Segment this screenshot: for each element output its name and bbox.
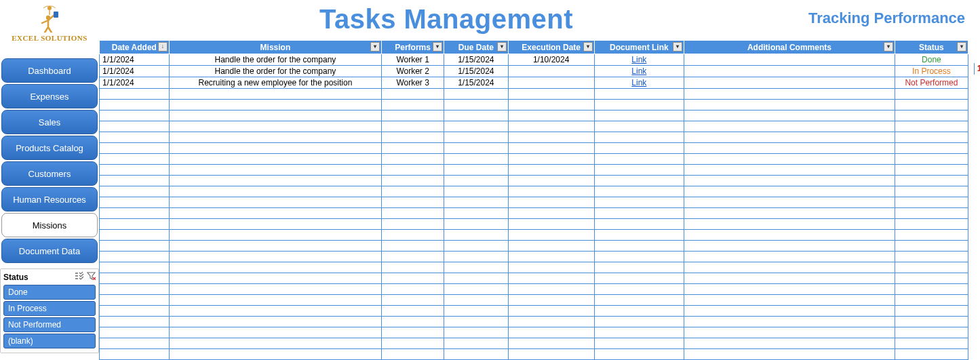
- cell-date-added[interactable]: 1/1/2024: [100, 66, 170, 77]
- nav-document-data[interactable]: Document Data: [1, 239, 98, 263]
- nav-human-resources[interactable]: Human Resources: [1, 187, 98, 212]
- table-row-empty[interactable]: [100, 186, 968, 197]
- table-row-empty[interactable]: [100, 241, 968, 252]
- table-row-empty[interactable]: [100, 252, 968, 262]
- nav-customers[interactable]: Customers: [1, 161, 98, 186]
- filter-dropdown-icon[interactable]: ▾: [370, 42, 380, 52]
- slicer-item-1[interactable]: In Process: [3, 301, 96, 316]
- table-row-empty[interactable]: [100, 317, 968, 327]
- col-date-added[interactable]: Date Added↓: [100, 41, 170, 54]
- filter-dropdown-icon[interactable]: ▾: [884, 42, 893, 52]
- cell-execution-date[interactable]: [508, 77, 594, 89]
- sidebar: EXCEL SOLUTIONS DashboardExpensesSalesPr…: [0, 0, 99, 360]
- table-row-empty[interactable]: [100, 219, 968, 230]
- filter-dropdown-icon[interactable]: ▾: [583, 42, 593, 52]
- brand-text: EXCEL SOLUTIONS: [12, 34, 87, 42]
- filter-dropdown-icon[interactable]: ▾: [957, 42, 966, 52]
- table-row-empty[interactable]: [100, 338, 968, 349]
- cell-comments[interactable]: [684, 66, 895, 77]
- table-row-empty[interactable]: [100, 89, 968, 100]
- col-additional-comments[interactable]: Additional Comments▾: [684, 41, 895, 54]
- col-additional-comments-label: Additional Comments: [747, 43, 831, 52]
- tasks-table: Date Added↓ Mission▾ Performs▾ Due Date▾…: [99, 40, 968, 360]
- slicer-item-2[interactable]: Not Performed: [3, 317, 96, 332]
- nav-missions[interactable]: Missions: [1, 213, 98, 237]
- slicer-item-0[interactable]: Done: [3, 285, 96, 300]
- table-row[interactable]: 1/1/2024Handle the order for the company…: [100, 54, 968, 66]
- col-date-added-label: Date Added: [112, 43, 157, 52]
- table-row-empty[interactable]: [100, 273, 968, 284]
- col-document-link-label: Document Link: [610, 43, 669, 52]
- svg-point-0: [47, 6, 52, 10]
- slicer-item-3[interactable]: (blank): [3, 334, 96, 348]
- cell-comments[interactable]: [684, 77, 895, 89]
- col-execution-date-label: Execution Date: [522, 43, 581, 52]
- clear-filter-icon[interactable]: [87, 272, 96, 282]
- svg-rect-3: [54, 12, 58, 18]
- title-row: Tasks Management Tracking Performance: [99, 0, 980, 40]
- page-title: Tasks Management: [99, 0, 793, 40]
- col-performs[interactable]: Performs▾: [382, 41, 444, 54]
- table-row-empty[interactable]: [100, 262, 968, 273]
- table-row-empty[interactable]: [100, 165, 968, 176]
- table-row-empty[interactable]: [100, 197, 968, 208]
- table-row-empty[interactable]: [100, 176, 968, 186]
- nav-dashboard[interactable]: Dashboard: [1, 58, 98, 83]
- cell-document-link[interactable]: Link: [594, 54, 684, 66]
- main-area: Tasks Management Tracking Performance Da…: [99, 0, 980, 360]
- status-slicer: Status DoneIn ProcessNot Performed(blank…: [0, 268, 99, 353]
- cell-document-link[interactable]: Link: [594, 66, 684, 77]
- table-row-empty[interactable]: [100, 349, 968, 360]
- tracking-title: Tracking Performance: [793, 0, 980, 40]
- cell-execution-date[interactable]: 1/10/2024: [508, 54, 594, 66]
- cell-execution-date[interactable]: [508, 66, 594, 77]
- table-row-empty[interactable]: [100, 208, 968, 219]
- col-status-label: Status: [919, 43, 944, 52]
- nav-expenses[interactable]: Expenses: [1, 84, 98, 108]
- cell-performs[interactable]: Worker 2: [382, 66, 444, 77]
- cell-mission[interactable]: Handle the order for the company: [169, 54, 381, 66]
- cell-status[interactable]: In Process: [895, 66, 968, 77]
- table-row[interactable]: 1/1/2024Recruiting a new employee for th…: [100, 77, 968, 89]
- table-row-empty[interactable]: [100, 295, 968, 306]
- col-document-link[interactable]: Document Link▾: [594, 41, 684, 54]
- cell-performs[interactable]: Worker 1: [382, 54, 444, 66]
- cell-due-date[interactable]: 1/15/2024: [444, 66, 509, 77]
- col-execution-date[interactable]: Execution Date▾: [508, 41, 594, 54]
- cell-mission[interactable]: Recruiting a new employee for the positi…: [169, 77, 381, 89]
- cell-status[interactable]: Done: [895, 54, 968, 66]
- sort-dropdown-icon[interactable]: ↓: [158, 42, 168, 52]
- multi-select-icon[interactable]: [75, 272, 84, 282]
- cell-status[interactable]: Not Performed: [895, 77, 968, 89]
- table-row-empty[interactable]: [100, 284, 968, 295]
- cell-mission[interactable]: Handle the order for the company: [169, 66, 381, 77]
- content-row: Date Added↓ Mission▾ Performs▾ Due Date▾…: [99, 40, 980, 360]
- table-row-empty[interactable]: [100, 121, 968, 132]
- cell-performs[interactable]: Worker 3: [382, 77, 444, 89]
- table-row-empty[interactable]: [100, 111, 968, 121]
- cell-date-added[interactable]: 1/1/2024: [100, 54, 170, 66]
- table-row-empty[interactable]: [100, 143, 968, 154]
- filter-dropdown-icon[interactable]: ▾: [497, 42, 507, 52]
- filter-dropdown-icon[interactable]: ▾: [673, 42, 682, 52]
- table-row-empty[interactable]: [100, 100, 968, 111]
- col-status[interactable]: Status▾: [895, 41, 968, 54]
- table-row[interactable]: 1/1/2024Handle the order for the company…: [100, 66, 968, 77]
- tracking-table: Done In Process Not Performed 1 1 1: [974, 40, 975, 75]
- cell-due-date[interactable]: 1/15/2024: [444, 54, 509, 66]
- cell-comments[interactable]: [684, 54, 895, 66]
- cell-document-link[interactable]: Link: [594, 77, 684, 89]
- col-due-date[interactable]: Due Date▾: [444, 41, 509, 54]
- table-row-empty[interactable]: [100, 132, 968, 143]
- filter-dropdown-icon[interactable]: ▾: [433, 42, 442, 52]
- col-mission[interactable]: Mission▾: [169, 41, 381, 54]
- table-row-empty[interactable]: [100, 327, 968, 338]
- table-row-empty[interactable]: [100, 306, 968, 317]
- table-row-empty[interactable]: [100, 230, 968, 241]
- cell-due-date[interactable]: 1/15/2024: [444, 77, 509, 89]
- nav-sales[interactable]: Sales: [1, 110, 98, 134]
- cell-date-added[interactable]: 1/1/2024: [100, 77, 170, 89]
- tracking-table-wrap: Done In Process Not Performed 1 1 1: [974, 40, 980, 360]
- nav-products-catalog[interactable]: Products Catalog: [1, 136, 98, 160]
- table-row-empty[interactable]: [100, 154, 968, 165]
